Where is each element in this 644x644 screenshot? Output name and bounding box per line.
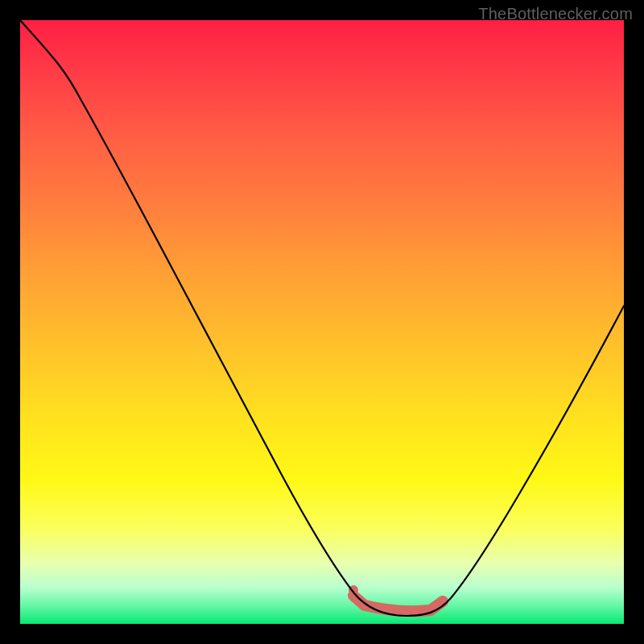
chart-stage: TheBottlenecker.com xyxy=(0,0,644,644)
recommended-range-highlight xyxy=(353,596,443,611)
curve-layer xyxy=(20,20,624,624)
bottleneck-curve xyxy=(20,20,624,616)
plot-area xyxy=(20,20,624,624)
watermark-text: TheBottlenecker.com xyxy=(478,5,633,23)
